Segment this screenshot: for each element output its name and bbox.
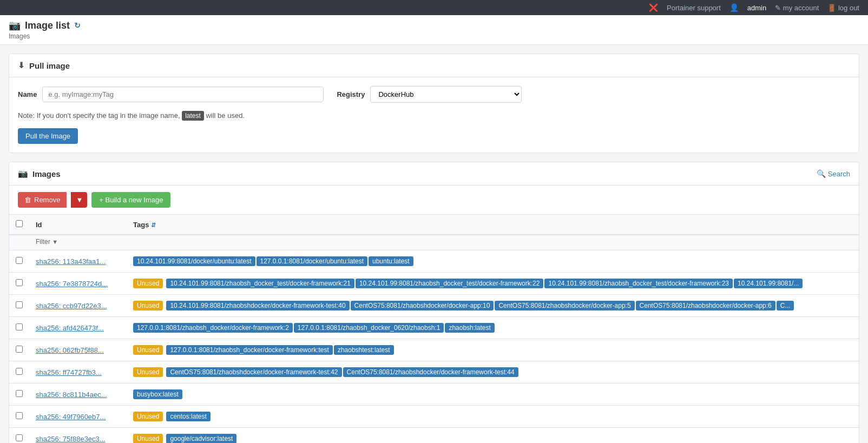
user-icon: 👤 [729,3,739,12]
row-checkbox[interactable] [16,301,23,308]
row-checkbox[interactable] [16,346,23,353]
tag-badge: 127.0.0.1:8081/docker/ubuntu:latest [257,256,367,266]
tag-badge: zhaobshtest:latest [334,345,394,355]
latest-badge: latest [182,111,204,121]
tags-sort-icon[interactable]: ⇵ [151,222,156,228]
remove-dropdown-button[interactable]: ▼ [71,192,87,208]
name-label: Name [18,90,37,98]
row-id: sha256: 49f7960eb7... [29,406,127,428]
page-header: 📷 Image list ↻ Images [0,15,868,45]
portainer-support-icon: ❌ [649,3,658,12]
row-id: sha256: ff74727fb3... [29,361,127,384]
table-row: sha256: ccb97d22e3...Unused10.24.101.99:… [9,295,859,317]
images-toolbar: 🗑 Remove ▼ + Build a new Image [9,186,859,215]
tag-badge: 10.24.101.99:8081/docker/ubuntu:latest [133,256,255,266]
table-row: sha256: 7e3878724d...Unused10.24.101.99:… [9,273,859,295]
tag-badge: 10.24.101.99:8081/zhaobsh_docker_test/do… [544,279,733,288]
row-tags: Unused127.0.0.1:8081/zhaobsh_docker/dock… [127,339,859,361]
row-id: sha256: 8c811b4aec... [29,384,127,406]
download-icon: ⬇ [18,61,25,70]
row-tags: Unused10.24.101.99:8081/zhaobsh_docker_t… [127,273,859,295]
images-section-card: 📷 Images 🔍 Search 🗑 Remove ▼ + Build a n… [9,162,859,443]
tag-badge: C... [777,301,794,310]
registry-label: Registry [337,90,365,98]
user-label[interactable]: admin [747,4,766,12]
images-title: 📷 Images [18,169,61,178]
row-id-link[interactable]: sha256: 75f88e3ec3... [36,435,106,443]
search-link[interactable]: 🔍 Search [817,169,850,178]
row-id-link[interactable]: sha256: ff74727fb3... [36,368,102,376]
name-group: Name [18,87,324,102]
tags-column-header: Tags ⇵ [127,215,859,235]
row-id-link[interactable]: sha256: 8c811b4aec... [36,391,107,399]
row-checkbox[interactable] [16,412,23,419]
row-id-link[interactable]: sha256: 7e3878724d... [36,280,108,288]
row-tags: 10.24.101.99:8081/docker/ubuntu:latest12… [127,250,859,273]
unused-badge: Unused [133,301,163,310]
unused-badge: Unused [133,279,163,288]
log-out-link[interactable]: 🚪 log out [827,4,859,12]
tag-badge: CentOS75:8081/zhaobshdocker/docker-app:1… [351,301,494,310]
remove-button[interactable]: 🗑 Remove [18,192,67,208]
table-row: sha256: ff74727fb3...UnusedCentOS75:8081… [9,361,859,384]
tag-badge: 10.24.101.99:8081/zhaobsh_docker_test/do… [356,279,544,288]
tag-badge: CentOS75:8081/zhaobshdocker/docker-frame… [166,367,341,377]
table-row: sha256: 49f7960eb7...Unusedcentos:latest [9,406,859,428]
tag-badge: CentOS75:8081/zhaobshdocker/docker-app:5 [495,301,634,310]
row-checkbox[interactable] [16,390,23,397]
top-bar: ❌ Portainer support 👤 admin ✎ my account… [0,0,868,15]
content: ⬇ Pull image Name Registry DockerHub Not… [0,45,868,443]
build-image-button[interactable]: + Build a new Image [91,192,170,208]
tag-badge: 127.0.0.1:8081/zhaobsh_docker/docker-fra… [133,323,293,333]
trash-icon: 🗑 [24,196,31,204]
tag-badge: CentOS75:8081/zhaobshdocker/docker-app:6 [636,301,775,310]
unused-badge: Unused [133,412,163,421]
table-row: sha256: 113a43faa1...10.24.101.99:8081/d… [9,250,859,273]
row-checkbox[interactable] [16,368,23,375]
row-id: sha256: 75f88e3ec3... [29,428,127,444]
image-list-icon: 📷 [9,19,21,31]
row-id-link[interactable]: sha256: afd426473f... [36,324,104,332]
tag-badge: CentOS75:8081/zhaobshdocker/docker-frame… [343,367,518,377]
pull-image-card: ⬇ Pull image Name Registry DockerHub Not… [9,54,859,153]
row-checkbox[interactable] [16,279,23,286]
row-id: sha256: 113a43faa1... [29,250,127,273]
filter-cell: Filter ▼ [29,235,859,250]
tag-badge: 10.24.101.99:8081/zhaobsh_docker_test/do… [166,279,354,288]
portainer-support-link[interactable]: Portainer support [667,4,721,12]
row-tags: busybox:latest [127,384,859,406]
row-checkbox[interactable] [16,257,23,264]
registry-group: Registry DockerHub [337,86,522,103]
row-id-link[interactable]: sha256: 49f7960eb7... [36,413,106,421]
row-checkbox[interactable] [16,323,23,330]
row-tags: Unusedgoogle/cadvisor:latest [127,428,859,444]
row-id-link[interactable]: sha256: 113a43faa1... [36,257,106,266]
tag-badge: 127.0.0.1:8081/zhaobsh_docker_0620/zhaob… [294,323,444,333]
pull-image-button[interactable]: Pull the Image [18,128,78,144]
row-tags: 127.0.0.1:8081/zhaobsh_docker/docker-fra… [127,317,859,339]
row-checkbox[interactable] [16,434,23,441]
name-input[interactable] [42,87,324,102]
row-id: sha256: 7e3878724d... [29,273,127,295]
my-account-link[interactable]: ✎ my account [775,4,819,12]
row-id: sha256: afd426473f... [29,317,127,339]
row-id-link[interactable]: sha256: 062fb75f88... [36,346,104,354]
filter-row: Filter ▼ [9,235,859,250]
tag-badge: zhaobsh:latest [445,323,494,333]
tag-badge: 127.0.0.1:8081/zhaobsh_docker/docker-fra… [166,345,333,355]
pull-note: Note: If you don't specify the tag in th… [9,111,859,124]
images-table-body: sha256: 113a43faa1...10.24.101.99:8081/d… [9,250,859,444]
refresh-icon[interactable]: ↻ [74,21,81,30]
tag-badge: 10.24.101.99:8081/zhaobshdocker/docker-f… [166,301,349,310]
page-subtitle: Images [9,32,859,40]
table-row: sha256: afd426473f...127.0.0.1:8081/zhao… [9,317,859,339]
registry-select[interactable]: DockerHub [370,86,522,103]
row-id-link[interactable]: sha256: ccb97d22e3... [36,302,107,310]
row-tags: UnusedCentOS75:8081/zhaobshdocker/docker… [127,361,859,384]
table-row: sha256: 062fb75f88...Unused127.0.0.1:808… [9,339,859,361]
select-all-checkbox[interactable] [16,220,23,227]
tag-badge: centos:latest [166,412,210,421]
table-row: sha256: 75f88e3ec3...Unusedgoogle/cadvis… [9,428,859,444]
row-tags: Unusedcentos:latest [127,406,859,428]
pull-form-row: Name Registry DockerHub [9,77,859,111]
